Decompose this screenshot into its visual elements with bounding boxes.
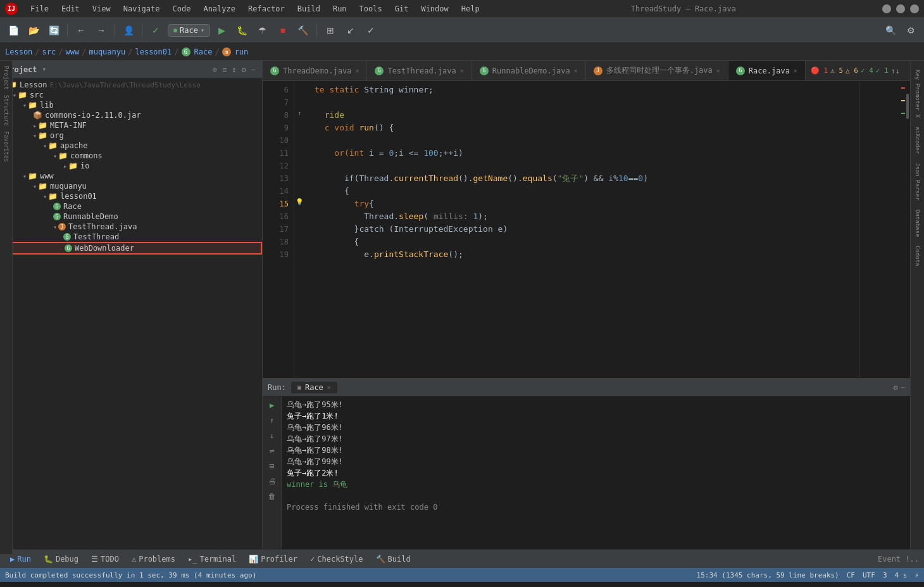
git-icon[interactable]: ⚡ xyxy=(915,571,919,579)
run-trash-icon[interactable]: 🗑 xyxy=(266,490,278,503)
open-button[interactable]: 📂 xyxy=(25,22,42,39)
tree-item-race[interactable]: G Race xyxy=(0,201,262,211)
json-parser-panel[interactable]: Json Parser xyxy=(913,159,922,205)
scrollbar-minimap[interactable] xyxy=(859,81,910,378)
tree-item-testthread-java[interactable]: ▾ J TestThread.java xyxy=(0,222,262,232)
bulb-icon[interactable]: 💡 xyxy=(296,198,303,205)
tab-testthread[interactable]: G TestThread.java ✕ xyxy=(367,61,471,81)
tree-item-lesson01[interactable]: ▾ 📁 lesson01 xyxy=(0,191,262,201)
tree-item-runnabledemo[interactable]: G RunnableDemo xyxy=(0,211,262,222)
sync-button[interactable]: 🔄 xyxy=(46,22,62,39)
menu-view[interactable]: View xyxy=(87,3,116,15)
minimize-button[interactable] xyxy=(882,4,891,13)
run-wrap-icon[interactable]: ⇌ xyxy=(268,445,276,457)
breadcrumb-run[interactable]: run xyxy=(235,47,249,56)
project-settings-icon[interactable]: ⚙ xyxy=(240,64,247,75)
project-minimize-icon[interactable]: − xyxy=(250,64,257,75)
scroll-thumb[interactable] xyxy=(906,94,909,119)
coverage-button[interactable]: ☂ xyxy=(254,22,271,39)
profiler-toolbar-button[interactable]: 📊 Profiler xyxy=(244,553,303,565)
build-toolbar-button[interactable]: 🔨 Build xyxy=(371,553,416,565)
menu-window[interactable]: Window xyxy=(416,3,453,15)
run-play-button[interactable]: ▶ xyxy=(268,399,276,412)
menu-edit[interactable]: Edit xyxy=(56,3,85,15)
testthread-tab-close[interactable]: ✕ xyxy=(460,67,464,74)
run-toolbar-button[interactable]: ▶ Run xyxy=(5,553,36,565)
breadcrumb-race[interactable]: Race xyxy=(194,47,213,56)
search-everywhere-button[interactable]: 🔍 xyxy=(882,22,899,39)
run-filter-icon[interactable]: ⊟ xyxy=(268,460,276,472)
project-scope-icon[interactable]: ⊕ xyxy=(211,64,218,75)
update-button[interactable]: ↙ xyxy=(342,22,359,39)
threaddemo-tab-close[interactable]: ✕ xyxy=(355,67,359,74)
tree-item-apache[interactable]: ▾ 📁 apache xyxy=(0,141,262,151)
stop-button[interactable]: ■ xyxy=(275,22,291,39)
build-button[interactable]: 🔨 xyxy=(295,22,311,39)
maximize-button[interactable] xyxy=(896,4,905,13)
multithread-tab-close[interactable]: ✕ xyxy=(716,67,720,74)
tree-item-org[interactable]: ▾ 📁 org xyxy=(0,130,262,141)
breadcrumb-lesson01[interactable]: lesson01 xyxy=(135,47,172,56)
menu-analyze[interactable]: Analyze xyxy=(198,3,240,15)
checkstyle-toolbar-button[interactable]: ✓ CheckStyle xyxy=(305,553,368,565)
project-dropdown-icon[interactable]: ▾ xyxy=(42,65,47,73)
indent-size[interactable]: 3 xyxy=(883,571,887,579)
tab-threaddemo[interactable]: G ThreadDemo.java ✕ xyxy=(263,61,367,81)
project-side-label[interactable]: Project xyxy=(2,63,11,92)
line-endings[interactable]: CF xyxy=(847,571,855,579)
back-button[interactable]: ← xyxy=(73,22,89,39)
project-sort-icon[interactable]: ↕ xyxy=(230,64,237,75)
spaces-label[interactable]: 4 s xyxy=(895,571,908,579)
tree-item-muquanyu[interactable]: ▾ 📁 muquanyu xyxy=(0,181,262,191)
run-print-icon[interactable]: 🖨 xyxy=(266,475,278,488)
run-minimize-icon[interactable]: − xyxy=(901,383,905,392)
terminal-toolbar-button[interactable]: ▸_ Terminal xyxy=(183,553,241,565)
breadcrumb-lesson[interactable]: Lesson xyxy=(5,47,32,56)
structure-side-label[interactable]: Structure xyxy=(2,92,11,129)
tree-item-meta-inf[interactable]: ▸ 📁 META-INF xyxy=(0,120,262,130)
todo-toolbar-button[interactable]: ☰ TODO xyxy=(86,553,124,565)
menu-run[interactable]: Run xyxy=(328,3,352,15)
race-tab-close[interactable]: ✕ xyxy=(794,67,797,74)
menu-tools[interactable]: Tools xyxy=(354,3,387,15)
menu-help[interactable]: Help xyxy=(456,3,485,15)
project-collapse-icon[interactable]: ≡ xyxy=(221,64,228,75)
tree-item-io[interactable]: ▸ 📁 io xyxy=(0,161,262,171)
run-settings-icon[interactable]: ⚙ xyxy=(894,383,898,392)
new-file-button[interactable]: 📄 xyxy=(5,22,22,39)
runnabledemo-tab-close[interactable]: ✕ xyxy=(574,67,578,74)
run-scroll-up[interactable]: ↑ xyxy=(268,414,276,427)
favorites-side-label[interactable]: Favorites xyxy=(2,129,11,165)
code-content[interactable]: te static String winner; ride c void run… xyxy=(304,81,859,378)
run-scroll-down[interactable]: ↓ xyxy=(268,429,276,442)
tree-item-src[interactable]: ▾ 📁 src xyxy=(0,90,262,100)
tree-item-webdownloader[interactable]: G WebDownloader xyxy=(0,242,262,255)
forward-button[interactable]: → xyxy=(93,22,109,39)
database-panel[interactable]: Database xyxy=(913,206,922,241)
tree-item-commons-jar[interactable]: 📦 commons-io-2.11.0.jar xyxy=(0,110,262,120)
aixcoder-panel[interactable]: aiXcoder xyxy=(913,123,922,158)
tab-race[interactable]: G Race.java ✕ xyxy=(728,61,806,81)
settings-button[interactable]: ⚙ xyxy=(902,22,919,39)
run-button[interactable]: ▶ xyxy=(214,22,230,39)
menu-file[interactable]: File xyxy=(25,3,54,15)
charset[interactable]: UTF xyxy=(863,571,875,579)
nav-arrows[interactable]: ↑↓ xyxy=(891,66,900,75)
commit-button[interactable]: ✓ xyxy=(363,22,379,39)
menu-code[interactable]: Code xyxy=(168,3,196,15)
menu-refactor[interactable]: Refactor xyxy=(243,3,290,15)
run-tab-close[interactable]: ✕ xyxy=(327,384,331,391)
breadcrumb-www[interactable]: www xyxy=(66,47,80,56)
problems-toolbar-button[interactable]: ⚠ Problems xyxy=(127,553,180,565)
breadcrumb-src[interactable]: src xyxy=(42,47,56,56)
tree-item-lib[interactable]: ▾ 📁 lib xyxy=(0,100,262,110)
vcs-button[interactable]: ✓ xyxy=(147,22,164,39)
profile-button[interactable]: 👤 xyxy=(120,22,137,39)
menu-navigate[interactable]: Navigate xyxy=(118,3,165,15)
debug-button[interactable]: 🐛 xyxy=(234,22,251,39)
run-tab[interactable]: ▣ Race ✕ xyxy=(291,382,337,393)
breadcrumb-muquanyu[interactable]: muquanyu xyxy=(89,47,125,56)
tree-item-lesson[interactable]: ▾ 📁 Lesson E:\Java\JavaThread\ThreadStud… xyxy=(0,80,262,90)
menu-build[interactable]: Build xyxy=(292,3,325,15)
tree-item-commons[interactable]: ▾ 📁 commons xyxy=(0,151,262,161)
